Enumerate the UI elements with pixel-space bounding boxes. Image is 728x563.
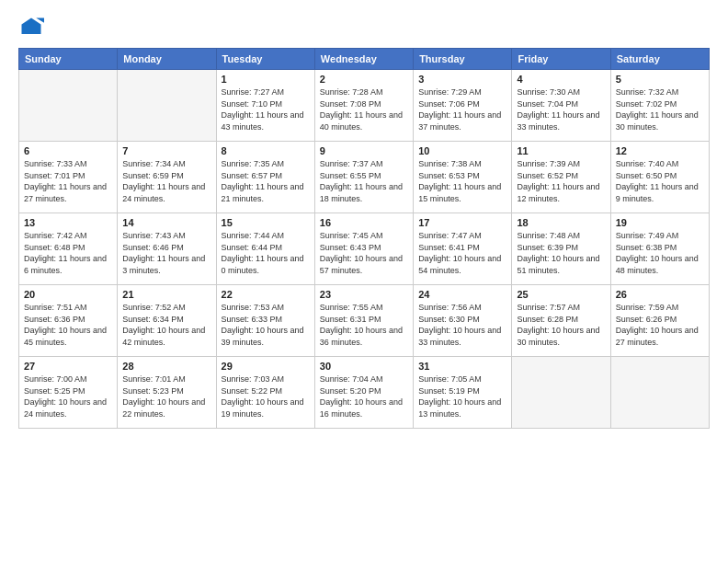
day-number: 13 (24, 217, 112, 228)
calendar-page: SundayMondayTuesdayWednesdayThursdayFrid… (0, 0, 728, 563)
calendar-cell: 31Sunrise: 7:05 AMSunset: 5:19 PMDayligh… (414, 357, 512, 429)
day-info: Sunrise: 7:57 AMSunset: 6:28 PMDaylight:… (517, 302, 605, 348)
calendar-cell: 7Sunrise: 7:34 AMSunset: 6:59 PMDaylight… (118, 142, 216, 213)
calendar-cell: 21Sunrise: 7:52 AMSunset: 6:34 PMDayligh… (118, 285, 216, 357)
day-number: 17 (418, 217, 506, 228)
calendar-cell: 2Sunrise: 7:28 AMSunset: 7:08 PMDaylight… (314, 70, 413, 142)
weekday-header-saturday: Saturday (610, 49, 709, 70)
weekday-header-row: SundayMondayTuesdayWednesdayThursdayFrid… (19, 49, 710, 70)
day-info: Sunrise: 7:03 AMSunset: 5:22 PMDaylight:… (222, 373, 310, 419)
day-info: Sunrise: 7:48 AMSunset: 6:39 PMDaylight:… (517, 230, 605, 276)
day-number: 10 (418, 145, 506, 156)
day-info: Sunrise: 7:28 AMSunset: 7:08 PMDaylight:… (320, 86, 408, 132)
day-info: Sunrise: 7:04 AMSunset: 5:20 PMDaylight:… (320, 373, 408, 419)
calendar-cell (118, 70, 216, 142)
calendar-cell: 29Sunrise: 7:03 AMSunset: 5:22 PMDayligh… (216, 357, 314, 429)
day-info: Sunrise: 7:52 AMSunset: 6:34 PMDaylight:… (122, 302, 210, 348)
calendar-cell (610, 357, 709, 429)
weekday-header-thursday: Thursday (414, 49, 512, 70)
day-info: Sunrise: 7:55 AMSunset: 6:31 PMDaylight:… (320, 302, 408, 348)
day-info: Sunrise: 7:43 AMSunset: 6:46 PMDaylight:… (122, 230, 210, 276)
day-number: 6 (24, 145, 112, 156)
svg-marker-0 (22, 18, 41, 35)
calendar-cell: 6Sunrise: 7:33 AMSunset: 7:01 PMDaylight… (19, 142, 118, 213)
calendar-week-row: 27Sunrise: 7:00 AMSunset: 5:25 PMDayligh… (19, 357, 710, 429)
weekday-header-monday: Monday (118, 49, 216, 70)
calendar-cell: 3Sunrise: 7:29 AMSunset: 7:06 PMDaylight… (414, 70, 512, 142)
day-info: Sunrise: 7:38 AMSunset: 6:53 PMDaylight:… (418, 158, 506, 204)
day-number: 5 (616, 74, 704, 85)
calendar-cell: 16Sunrise: 7:45 AMSunset: 6:43 PMDayligh… (314, 213, 413, 285)
day-info: Sunrise: 7:49 AMSunset: 6:38 PMDaylight:… (616, 230, 704, 276)
day-number: 3 (418, 74, 506, 85)
day-number: 18 (517, 217, 605, 228)
calendar-cell: 1Sunrise: 7:27 AMSunset: 7:10 PMDaylight… (216, 70, 314, 142)
calendar-week-row: 13Sunrise: 7:42 AMSunset: 6:48 PMDayligh… (19, 213, 710, 285)
logo-icon (18, 15, 44, 40)
day-number: 22 (222, 289, 310, 300)
calendar-cell: 12Sunrise: 7:40 AMSunset: 6:50 PMDayligh… (610, 142, 709, 213)
day-number: 26 (616, 289, 704, 300)
day-number: 9 (320, 145, 408, 156)
calendar-cell (512, 357, 610, 429)
weekday-header-wednesday: Wednesday (314, 49, 413, 70)
calendar-cell: 11Sunrise: 7:39 AMSunset: 6:52 PMDayligh… (512, 142, 610, 213)
day-number: 31 (418, 361, 506, 372)
day-info: Sunrise: 7:59 AMSunset: 6:26 PMDaylight:… (616, 302, 704, 348)
calendar-cell: 24Sunrise: 7:56 AMSunset: 6:30 PMDayligh… (414, 285, 512, 357)
weekday-header-tuesday: Tuesday (216, 49, 314, 70)
day-number: 27 (24, 361, 112, 372)
calendar-cell: 13Sunrise: 7:42 AMSunset: 6:48 PMDayligh… (19, 213, 118, 285)
day-number: 23 (320, 289, 408, 300)
day-info: Sunrise: 7:29 AMSunset: 7:06 PMDaylight:… (418, 86, 506, 132)
day-info: Sunrise: 7:32 AMSunset: 7:02 PMDaylight:… (616, 86, 704, 132)
day-number: 24 (418, 289, 506, 300)
day-info: Sunrise: 7:00 AMSunset: 5:25 PMDaylight:… (24, 373, 112, 419)
calendar-cell: 19Sunrise: 7:49 AMSunset: 6:38 PMDayligh… (610, 213, 709, 285)
calendar-cell: 18Sunrise: 7:48 AMSunset: 6:39 PMDayligh… (512, 213, 610, 285)
day-number: 29 (222, 361, 310, 372)
day-info: Sunrise: 7:44 AMSunset: 6:44 PMDaylight:… (222, 230, 310, 276)
header (18, 15, 710, 40)
day-number: 15 (222, 217, 310, 228)
calendar-cell: 8Sunrise: 7:35 AMSunset: 6:57 PMDaylight… (216, 142, 314, 213)
day-info: Sunrise: 7:47 AMSunset: 6:41 PMDaylight:… (418, 230, 506, 276)
calendar-cell: 25Sunrise: 7:57 AMSunset: 6:28 PMDayligh… (512, 285, 610, 357)
weekday-header-friday: Friday (512, 49, 610, 70)
day-info: Sunrise: 7:34 AMSunset: 6:59 PMDaylight:… (122, 158, 210, 204)
day-info: Sunrise: 7:05 AMSunset: 5:19 PMDaylight:… (418, 373, 506, 419)
day-number: 8 (222, 145, 310, 156)
calendar-cell: 4Sunrise: 7:30 AMSunset: 7:04 PMDaylight… (512, 70, 610, 142)
calendar-cell: 26Sunrise: 7:59 AMSunset: 6:26 PMDayligh… (610, 285, 709, 357)
day-number: 12 (616, 145, 704, 156)
day-number: 14 (122, 217, 210, 228)
day-info: Sunrise: 7:37 AMSunset: 6:55 PMDaylight:… (320, 158, 408, 204)
calendar-cell: 15Sunrise: 7:44 AMSunset: 6:44 PMDayligh… (216, 213, 314, 285)
day-info: Sunrise: 7:39 AMSunset: 6:52 PMDaylight:… (517, 158, 605, 204)
calendar-cell: 20Sunrise: 7:51 AMSunset: 6:36 PMDayligh… (19, 285, 118, 357)
day-number: 28 (122, 361, 210, 372)
day-number: 16 (320, 217, 408, 228)
day-number: 2 (320, 74, 408, 85)
day-info: Sunrise: 7:42 AMSunset: 6:48 PMDaylight:… (24, 230, 112, 276)
calendar-cell: 22Sunrise: 7:53 AMSunset: 6:33 PMDayligh… (216, 285, 314, 357)
calendar-week-row: 1Sunrise: 7:27 AMSunset: 7:10 PMDaylight… (19, 70, 710, 142)
day-number: 21 (122, 289, 210, 300)
day-info: Sunrise: 7:30 AMSunset: 7:04 PMDaylight:… (517, 86, 605, 132)
day-info: Sunrise: 7:35 AMSunset: 6:57 PMDaylight:… (222, 158, 310, 204)
weekday-header-sunday: Sunday (19, 49, 118, 70)
calendar-week-row: 20Sunrise: 7:51 AMSunset: 6:36 PMDayligh… (19, 285, 710, 357)
calendar-cell: 27Sunrise: 7:00 AMSunset: 5:25 PMDayligh… (19, 357, 118, 429)
day-number: 19 (616, 217, 704, 228)
day-info: Sunrise: 7:45 AMSunset: 6:43 PMDaylight:… (320, 230, 408, 276)
calendar-cell: 30Sunrise: 7:04 AMSunset: 5:20 PMDayligh… (314, 357, 413, 429)
day-info: Sunrise: 7:56 AMSunset: 6:30 PMDaylight:… (418, 302, 506, 348)
day-number: 20 (24, 289, 112, 300)
calendar-cell (19, 70, 118, 142)
day-info: Sunrise: 7:33 AMSunset: 7:01 PMDaylight:… (24, 158, 112, 204)
calendar-cell: 17Sunrise: 7:47 AMSunset: 6:41 PMDayligh… (414, 213, 512, 285)
calendar-week-row: 6Sunrise: 7:33 AMSunset: 7:01 PMDaylight… (19, 142, 710, 213)
day-number: 4 (517, 74, 605, 85)
day-info: Sunrise: 7:51 AMSunset: 6:36 PMDaylight:… (24, 302, 112, 348)
logo (18, 15, 48, 40)
